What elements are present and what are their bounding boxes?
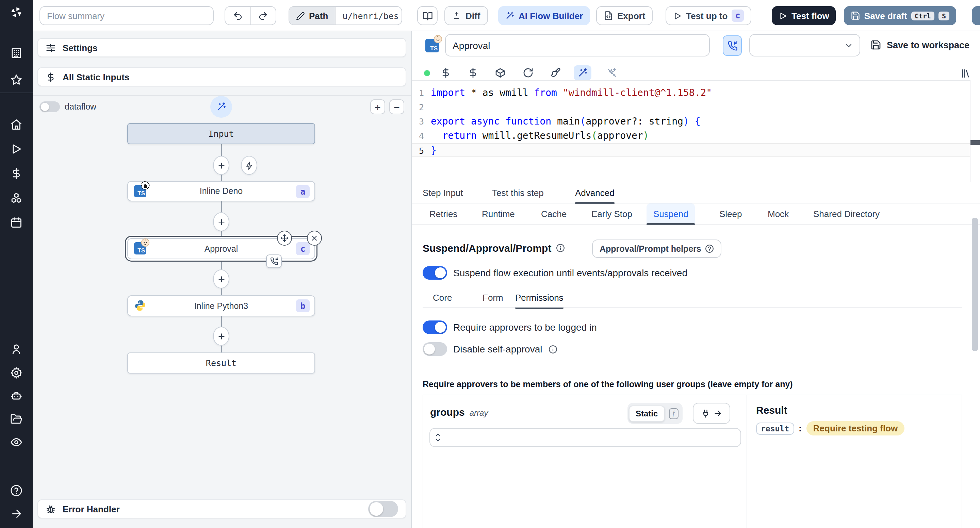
ai-flow-builder-button[interactable]: AI Flow Builder <box>498 6 590 25</box>
format-icon[interactable] <box>550 67 561 78</box>
suspend-toggle[interactable] <box>423 266 447 280</box>
input-node[interactable]: Input <box>127 123 315 144</box>
script-version-select[interactable] <box>749 34 860 56</box>
suspend-settings-button[interactable] <box>723 35 742 56</box>
step-node-a[interactable]: TS Inline Deno a <box>127 181 315 201</box>
insert-step-button[interactable] <box>213 269 229 288</box>
dataflow-toggle[interactable] <box>40 102 60 112</box>
static-inputs-icon[interactable] <box>440 67 451 78</box>
add-trigger-button[interactable] <box>241 156 257 175</box>
error-handler-toggle[interactable] <box>368 501 398 517</box>
code-line[interactable]: 5} <box>412 143 970 157</box>
home-icon[interactable] <box>10 118 22 130</box>
tab-suspend[interactable]: Suspend <box>646 204 695 224</box>
tab-runtime[interactable]: Runtime <box>475 204 522 224</box>
path-value[interactable]: u/henri/bes <box>335 7 402 24</box>
tab-step-input[interactable]: Step Input <box>423 182 463 204</box>
chevrons-up-down-icon[interactable] <box>435 433 441 442</box>
tab-early-stop[interactable]: Early Stop <box>585 204 639 224</box>
flow-settings-button[interactable]: Settings <box>37 38 406 57</box>
step-node-b[interactable]: Inline Python3 b <box>127 295 315 316</box>
app-sidebar <box>0 0 33 528</box>
export-label: Export <box>617 11 645 21</box>
code-line[interactable]: 3export async function main(approver?: s… <box>412 114 970 129</box>
editor-scrollbar-thumb[interactable] <box>970 140 980 145</box>
users-icon[interactable] <box>10 343 22 355</box>
insert-step-button[interactable] <box>213 212 229 231</box>
redo-button[interactable] <box>250 7 275 24</box>
folders-icon[interactable] <box>10 413 22 425</box>
code-line[interactable]: 1import * as wmill from "windmill-client… <box>412 86 970 100</box>
ai-step-button[interactable] <box>210 96 232 118</box>
insert-step-button[interactable] <box>213 327 229 346</box>
require-login-toggle[interactable] <box>423 320 447 334</box>
zoom-in-button[interactable]: + <box>370 99 385 114</box>
reload-icon[interactable] <box>523 67 533 78</box>
code-text: import * as wmill from "windmill-client@… <box>431 86 712 100</box>
step-tabs: Step InputTest this stepAdvanced <box>412 182 980 204</box>
tab-test-this-step[interactable]: Test this step <box>492 182 544 204</box>
undo-button[interactable] <box>225 7 250 24</box>
tab-advanced[interactable]: Advanced <box>575 182 614 204</box>
step-node-badge: c <box>296 242 310 255</box>
approval-prompt-helpers-button[interactable]: Approval/Prompt helpers <box>592 240 722 258</box>
tab-sleep[interactable]: Sleep <box>713 204 749 224</box>
tab-retries[interactable]: Retries <box>423 204 464 224</box>
settings-icon[interactable] <box>10 367 22 379</box>
redo-icon <box>258 11 269 21</box>
variables-icon[interactable] <box>468 67 479 78</box>
info-icon[interactable] <box>548 345 557 353</box>
groups-field-type: array <box>469 408 488 418</box>
workers-icon[interactable] <box>10 390 22 402</box>
expand-sidebar-icon[interactable] <box>10 507 22 520</box>
tab-shared-directory[interactable]: Shared Directory <box>807 204 886 224</box>
move-step-button[interactable] <box>277 231 292 246</box>
static-mode-button[interactable]: Static <box>629 405 665 421</box>
diff-button[interactable]: Diff <box>444 6 488 25</box>
test-flow-button[interactable]: Test flow <box>772 6 836 25</box>
result-node[interactable]: Result <box>127 353 315 374</box>
workspace-icon[interactable] <box>10 47 22 59</box>
schedules-icon[interactable] <box>10 216 22 229</box>
error-handler-row[interactable]: Error Handler <box>37 499 406 518</box>
test-up-to-button[interactable]: Test up to c <box>666 6 751 25</box>
step-title-input[interactable] <box>445 34 710 56</box>
save-to-workspace-button[interactable]: Save to workspace <box>870 40 969 50</box>
save-draft-button[interactable]: Save draft Ctrl S <box>844 6 956 25</box>
library-icon[interactable] <box>960 68 971 79</box>
tab-form[interactable]: Form <box>482 287 503 308</box>
tab-mock[interactable]: Mock <box>761 204 795 224</box>
delete-step-button[interactable] <box>307 231 322 246</box>
deploy-button-clipped[interactable] <box>972 6 980 25</box>
tab-core[interactable]: Core <box>433 287 452 308</box>
ai-assistant-icon[interactable] <box>577 67 588 78</box>
result-key-badge[interactable]: result <box>756 422 794 434</box>
expression-mode-button[interactable]: f <box>666 405 681 421</box>
all-static-inputs-button[interactable]: All Static Inputs <box>37 67 406 86</box>
export-button[interactable]: Export <box>596 6 653 25</box>
help-icon[interactable] <box>10 485 22 497</box>
flow-summary-input[interactable] <box>40 6 214 25</box>
favorites-icon[interactable] <box>10 73 22 86</box>
insert-step-button[interactable] <box>213 156 229 175</box>
groups-array-input[interactable] <box>430 428 741 447</box>
info-icon[interactable] <box>556 243 565 253</box>
audit-logs-icon[interactable] <box>10 436 22 448</box>
code-line[interactable]: 2 <box>412 100 970 114</box>
code-line[interactable]: 4 return wmill.getResumeUrls(approver) <box>412 129 970 143</box>
disable-self-approval-toggle[interactable] <box>423 342 447 356</box>
zoom-out-button[interactable]: − <box>389 99 404 114</box>
connect-input-button[interactable] <box>693 403 730 424</box>
suspend-indicator-chip[interactable] <box>266 254 282 268</box>
docs-button[interactable] <box>417 6 438 25</box>
code-editor[interactable]: 1import * as wmill from "windmill-client… <box>412 80 970 182</box>
path-button[interactable]: Path <box>289 7 335 24</box>
tab-permissions[interactable]: Permissions <box>515 287 563 308</box>
resources-icon[interactable] <box>10 192 22 204</box>
variables-icon[interactable] <box>10 167 22 180</box>
panel-scrollbar-thumb[interactable] <box>972 218 978 351</box>
tab-cache[interactable]: Cache <box>534 204 573 224</box>
ai-off-icon[interactable] <box>606 67 617 78</box>
runs-icon[interactable] <box>10 143 22 155</box>
dependencies-icon[interactable] <box>495 67 506 78</box>
